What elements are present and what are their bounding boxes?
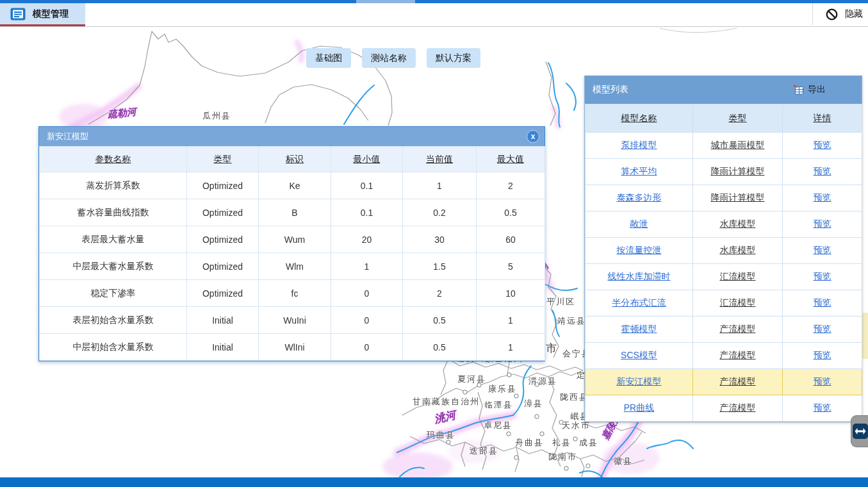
col-header-min[interactable]: 最小值 [331, 147, 403, 172]
param-current-cell: 1 [403, 172, 477, 199]
model-row: 霍顿模型产流模型预览 [585, 317, 862, 343]
param-type-cell: Optimized [187, 253, 259, 280]
model-name-link[interactable]: 半分布式汇流 [612, 297, 666, 308]
model-name-link[interactable]: 算术平均 [621, 166, 657, 176]
param-min-cell: 0.1 [331, 172, 403, 199]
model-type-link[interactable]: 水库模型 [720, 245, 756, 255]
tab-model-management[interactable]: 模型管理 [0, 3, 85, 26]
table-row: 蒸发折算系数OptimizedKe0.112 [40, 172, 545, 199]
preview-link[interactable]: 预览 [814, 376, 831, 386]
model-type-link[interactable]: 城市暴雨模型 [711, 140, 765, 150]
dialog-title: 新安江模型 [47, 131, 88, 142]
param-current-cell: 0.2 [403, 199, 477, 226]
parameter-table: 参数名称 类型 标识 最小值 当前值 最大值 蒸发折算系数OptimizedKe… [39, 146, 545, 361]
param-min-cell: 0 [331, 334, 403, 361]
model-row: 算术平均降雨计算模型预览 [585, 159, 862, 185]
table-row: 稳定下渗率Optimizedfc0210 [40, 280, 545, 307]
param-name-cell: 稳定下渗率 [40, 280, 187, 307]
model-name-link[interactable]: 新安江模型 [617, 376, 662, 386]
model-row-selected: 新安江模型产流模型预览 [585, 369, 862, 395]
preview-link[interactable]: 预览 [814, 219, 831, 229]
param-id-cell: Wlm [259, 253, 331, 280]
model-type-link[interactable]: 降雨计算模型 [711, 166, 765, 176]
param-name-cell: 中层最大蓄水量系数 [40, 253, 187, 280]
model-row: 按流量控泄水库模型预览 [585, 238, 862, 264]
model-type-link[interactable]: 产流模型 [720, 402, 756, 413]
map-edge-highlight [862, 313, 868, 359]
table-row: 表层最大蓄水量OptimizedWum203060 [40, 226, 545, 253]
block-icon [826, 8, 838, 21]
model-type-link[interactable]: 产流模型 [720, 376, 756, 386]
xinanjiang-model-dialog: 新安江模型 x 参数名称 类型 标识 最小值 当前值 最大值 蒸发折算系数Opt… [38, 126, 545, 361]
col-header-param-name[interactable]: 参数名称 [40, 147, 187, 172]
form-list-icon [10, 8, 26, 21]
preview-link[interactable]: 预览 [814, 350, 831, 360]
model-type-link[interactable]: 水库模型 [720, 219, 756, 229]
param-name-cell: 蓄水容量曲线指数 [40, 199, 187, 226]
param-max-cell: 60 [477, 226, 545, 253]
hide-button[interactable]: 隐藏 [812, 3, 863, 25]
model-list-titlebar: 模型列表 导出 [585, 76, 862, 104]
map-button-row: 基础图 测站名称 默认方案 [306, 48, 480, 68]
param-id-cell: Ke [259, 172, 331, 199]
model-row: 线性水库加滞时汇流模型预览 [585, 264, 862, 290]
param-type-cell: Optimized [187, 280, 259, 307]
param-type-cell: Initial [187, 307, 259, 334]
model-name-link[interactable]: 按流量控泄 [617, 245, 662, 255]
model-list-title: 模型列表 [593, 84, 628, 95]
preview-link[interactable]: 预览 [814, 140, 831, 150]
double-arrow-icon [853, 424, 868, 439]
col-header-current[interactable]: 当前值 [403, 147, 477, 172]
model-type-link[interactable]: 汇流模型 [720, 297, 756, 308]
col-header-model-name[interactable]: 模型名称 [585, 104, 693, 133]
model-type-link[interactable]: 产流模型 [720, 350, 756, 360]
model-name-link[interactable]: 泵排模型 [621, 140, 657, 150]
bottom-status-bar [0, 477, 868, 487]
preview-link[interactable]: 预览 [814, 192, 831, 202]
model-type-link[interactable]: 汇流模型 [720, 271, 756, 281]
param-type-cell: Optimized [187, 199, 259, 226]
default-scheme-button[interactable]: 默认方案 [427, 48, 480, 68]
model-name-link[interactable]: 敞泄 [630, 219, 648, 229]
param-id-cell: Wum [259, 226, 331, 253]
preview-link[interactable]: 预览 [814, 324, 831, 334]
preview-link[interactable]: 预览 [814, 402, 831, 413]
model-name-link[interactable]: SCS模型 [621, 350, 657, 360]
preview-link[interactable]: 预览 [814, 166, 831, 176]
preview-link[interactable]: 预览 [814, 245, 831, 255]
model-name-link[interactable]: 霍顿模型 [621, 324, 657, 334]
table-row: 表层初始含水量系数InitialWuIni00.51 [40, 307, 545, 334]
param-name-cell: 蒸发折算系数 [40, 172, 187, 199]
hide-label: 隐藏 [845, 8, 863, 20]
param-current-cell: 2 [403, 280, 477, 307]
param-min-cell: 20 [331, 226, 403, 253]
model-type-link[interactable]: 产流模型 [720, 324, 756, 334]
remote-control-handle[interactable] [851, 415, 868, 447]
model-row: 敞泄水库模型预览 [585, 211, 862, 238]
model-name-link[interactable]: 泰森多边形 [617, 192, 662, 202]
export-button[interactable]: 导出 [793, 84, 826, 95]
export-icon [793, 85, 804, 95]
col-header-model-type[interactable]: 类型 [693, 104, 783, 133]
col-header-model-detail[interactable]: 详情 [783, 104, 862, 133]
station-names-button[interactable]: 测站名称 [362, 48, 416, 68]
model-row: SCS模型产流模型预览 [585, 343, 862, 369]
param-min-cell: 0 [331, 307, 403, 334]
param-type-cell: Optimized [187, 172, 259, 199]
model-name-link[interactable]: PR曲线 [624, 402, 654, 413]
preview-link[interactable]: 预览 [814, 271, 831, 281]
param-max-cell: 5 [477, 253, 545, 280]
close-icon[interactable]: x [527, 130, 539, 143]
model-table-header-row: 模型名称 类型 详情 [585, 104, 862, 133]
param-max-cell: 1 [477, 307, 545, 334]
col-header-max[interactable]: 最大值 [477, 147, 545, 172]
model-name-link[interactable]: 线性水库加滞时 [608, 271, 671, 281]
preview-link[interactable]: 预览 [814, 297, 831, 308]
col-header-id[interactable]: 标识 [259, 147, 331, 172]
model-row: 泰森多边形降雨计算模型预览 [585, 185, 862, 211]
dialog-header[interactable]: 新安江模型 x [39, 127, 545, 146]
col-header-type[interactable]: 类型 [187, 147, 259, 172]
model-type-link[interactable]: 降雨计算模型 [711, 192, 765, 202]
base-map-button[interactable]: 基础图 [306, 48, 351, 68]
model-list-panel: 模型列表 导出 模型名称 类型 详情 泵排模型城市暴雨模型预览 算术平均降雨计算 [584, 76, 862, 422]
